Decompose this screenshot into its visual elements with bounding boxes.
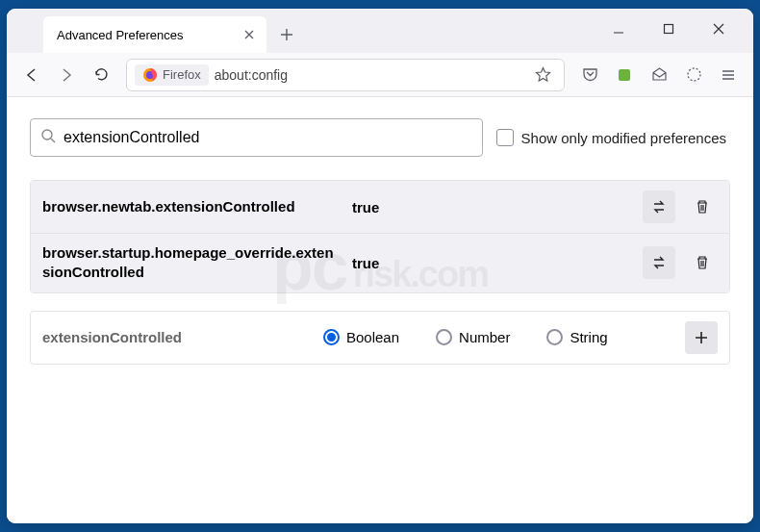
bookmark-star-icon[interactable] [529,66,556,83]
add-button[interactable] [685,321,718,354]
extension-icon[interactable] [609,60,640,90]
url-text: about:config [215,67,523,83]
identity-label: Firefox [163,67,201,82]
type-option-boolean[interactable]: Boolean [323,329,399,345]
search-box[interactable] [30,118,483,157]
delete-button[interactable] [687,247,718,278]
navigation-toolbar: Firefox about:config [7,53,753,97]
preference-name: browser.startup.homepage_override.extens… [42,243,341,283]
browser-window: Advanced Preferences Firefox about:confi [7,9,753,523]
search-row: Show only modified preferences [30,118,730,157]
account-icon[interactable] [678,60,709,90]
type-option-number[interactable]: Number [436,329,510,345]
type-option-string[interactable]: String [546,329,607,345]
menu-button[interactable] [713,60,744,90]
toggle-button[interactable] [643,190,675,223]
firefox-icon [142,67,158,83]
forward-button[interactable] [51,60,82,90]
reload-button[interactable] [86,60,116,90]
svg-rect-3 [619,69,630,81]
search-icon [40,128,56,147]
svg-point-4 [688,68,700,81]
tab-title: Advanced Preferences [57,28,184,42]
maximize-button[interactable] [649,14,688,43]
toggle-button[interactable] [643,246,675,279]
new-tab-button[interactable] [272,20,301,49]
window-controls [599,14,746,43]
radio-icon [436,329,452,345]
preference-name: browser.newtab.extensionControlled [42,197,341,216]
checkbox-icon [496,129,514,146]
new-preference-name: extensionControlled [42,329,312,345]
preference-list: browser.newtab.extensionControlled true … [30,180,730,293]
inbox-icon[interactable] [644,60,674,90]
svg-rect-0 [665,25,673,34]
search-input[interactable] [63,129,472,146]
type-radio-group: Boolean Number String [323,329,673,345]
svg-point-5 [42,130,52,139]
filter-label: Show only modified preferences [521,130,726,146]
close-window-button[interactable] [699,14,738,43]
delete-button[interactable] [687,191,718,222]
about-config-content: Show only modified preferences browser.n… [7,97,753,523]
pocket-icon[interactable] [574,60,605,90]
preference-row[interactable]: browser.newtab.extensionControlled true [31,181,729,233]
preference-row[interactable]: browser.startup.homepage_override.extens… [31,233,729,292]
preference-value: true [352,255,631,271]
preference-value: true [352,199,631,215]
url-bar[interactable]: Firefox about:config [126,59,565,91]
radio-icon [546,329,563,345]
filter-modified-checkbox[interactable]: Show only modified preferences [496,129,730,146]
titlebar: Advanced Preferences [7,9,753,53]
active-tab[interactable]: Advanced Preferences [43,16,266,53]
minimize-button[interactable] [599,14,638,43]
back-button[interactable] [16,60,47,90]
close-tab-icon[interactable] [241,27,257,42]
add-preference-row: extensionControlled Boolean Number Strin… [30,311,730,365]
identity-box[interactable]: Firefox [135,64,209,86]
radio-icon [323,329,340,345]
